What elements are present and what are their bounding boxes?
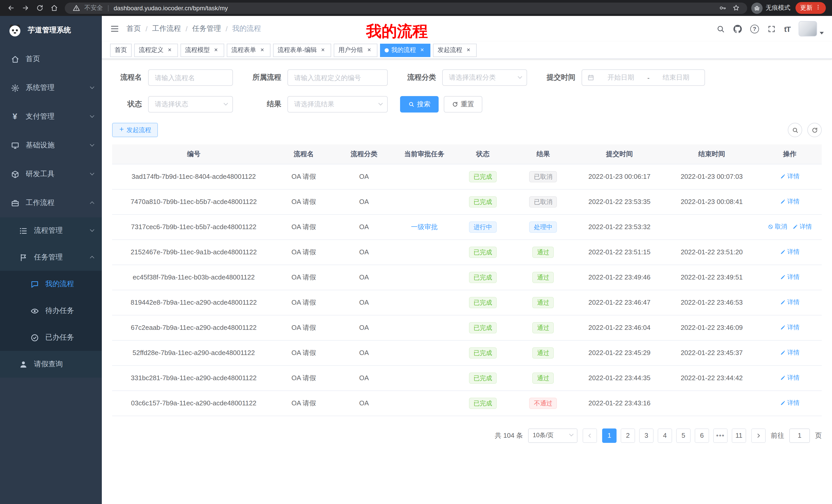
process-definition-input[interactable]: [287, 69, 388, 86]
menu-dots-icon: [815, 4, 821, 12]
star-icon[interactable]: [731, 3, 741, 13]
page-button-2[interactable]: 2: [621, 428, 635, 443]
tab-process-form[interactable]: 流程表单×: [227, 44, 270, 57]
process-name: OA 请假: [291, 223, 316, 230]
tab-process-model[interactable]: 流程模型×: [181, 44, 224, 57]
detail-link[interactable]: 详情: [780, 273, 800, 282]
font-size-icon[interactable]: tT: [784, 24, 790, 33]
chevron-down-icon: [378, 101, 383, 106]
detail-link[interactable]: 详情: [780, 373, 800, 382]
breadcrumb-task-management[interactable]: 任务管理: [192, 24, 221, 33]
page-button-4[interactable]: 4: [658, 428, 672, 443]
incognito-label: 无痕模式: [766, 4, 790, 12]
address-bar[interactable]: 不安全 dashboard.yudao.iocoder.cn/bpm/task/…: [65, 2, 747, 13]
process-definition-label: 所属流程: [245, 73, 281, 82]
tab-process-definition[interactable]: 流程定义×: [134, 44, 178, 57]
table-row: 03c6c157-7b9a-11ec-a290-acde48001122 OA …: [112, 390, 822, 416]
close-icon[interactable]: ×: [259, 47, 266, 54]
close-icon[interactable]: ×: [319, 47, 327, 54]
column-header-end-time: 结束时间: [666, 144, 758, 164]
detail-link[interactable]: 详情: [780, 172, 800, 181]
submit-time: 2022-01-22 23:51:15: [589, 248, 650, 256]
next-page-button[interactable]: [751, 428, 766, 443]
more-pages-button[interactable]: •••: [713, 428, 728, 443]
page-button-5[interactable]: 5: [676, 428, 691, 443]
current-task-link[interactable]: 一级审批: [411, 223, 438, 230]
close-icon[interactable]: ×: [166, 47, 173, 54]
reset-button[interactable]: 重置: [444, 96, 482, 113]
submit-time: 2022-01-22 23:44:35: [589, 374, 650, 382]
sidebar-item-leave-query[interactable]: 请假查询: [0, 351, 102, 377]
tab-user-group[interactable]: 用户分组×: [334, 44, 378, 57]
sidebar-item-workflow[interactable]: 工作流程: [0, 189, 102, 217]
toggle-search-button[interactable]: [788, 123, 802, 137]
security-label[interactable]: 不安全: [84, 4, 103, 12]
detail-link[interactable]: 详情: [780, 248, 800, 256]
detail-link[interactable]: 详情: [780, 399, 800, 408]
github-icon[interactable]: [733, 24, 742, 33]
sidebar-item-payment[interactable]: ¥ 支付管理: [0, 102, 102, 131]
result-select[interactable]: 请选择流结果: [287, 96, 388, 113]
end-time: 2022-01-22 23:45:37: [681, 349, 743, 357]
app-logo[interactable]: 芋道管理系统: [0, 16, 102, 45]
page-button-3[interactable]: 3: [639, 428, 654, 443]
update-button[interactable]: 更新: [796, 2, 826, 14]
submit-time-range-picker[interactable]: 开始日期 - 结束日期: [581, 69, 705, 86]
prev-page-button[interactable]: [582, 428, 597, 443]
tab-home[interactable]: 首页: [110, 44, 132, 57]
create-process-button[interactable]: 发起流程: [112, 123, 158, 137]
close-icon[interactable]: ×: [465, 47, 472, 54]
home-button-icon[interactable]: [47, 1, 61, 15]
detail-link[interactable]: 详情: [780, 348, 800, 357]
user-avatar[interactable]: [799, 21, 824, 36]
page-size-select[interactable]: 10条/页: [528, 428, 577, 443]
status-tag: 已完成: [469, 347, 497, 358]
help-icon[interactable]: ?: [750, 24, 759, 33]
cancel-link[interactable]: 取消: [768, 222, 787, 231]
back-icon[interactable]: [4, 1, 18, 15]
process-name-input[interactable]: [148, 69, 233, 86]
sidebar-item-system[interactable]: 系统管理: [0, 74, 102, 102]
status-select[interactable]: 请选择状态: [148, 96, 233, 113]
tags-view: 首页 流程定义× 流程模型× 流程表单× 流程表单-编辑× 用户分组× 我的流程…: [102, 41, 832, 59]
breadcrumb-home[interactable]: 首页: [127, 24, 141, 33]
sidebar-item-home[interactable]: 首页: [0, 45, 102, 74]
sidebar-item-my-process[interactable]: 我的流程: [0, 271, 102, 298]
goto-page-input[interactable]: [789, 428, 810, 443]
breadcrumb-workflow[interactable]: 工作流程: [152, 24, 181, 33]
result-tag: 不通过: [529, 397, 557, 409]
sidebar-item-done-tasks[interactable]: 已办任务: [0, 324, 102, 351]
status-tag: 已完成: [469, 171, 497, 182]
process-category-select[interactable]: 请选择流程分类: [442, 69, 527, 86]
process-name: OA 请假: [291, 298, 316, 306]
key-icon[interactable]: [717, 3, 728, 13]
fullscreen-icon[interactable]: [767, 24, 776, 33]
reload-icon[interactable]: [33, 1, 46, 15]
tab-start-process[interactable]: 发起流程×: [433, 44, 477, 57]
sidebar-item-process-management[interactable]: 流程管理: [0, 217, 102, 244]
search-icon[interactable]: [716, 24, 725, 33]
tab-my-process[interactable]: 我的流程×: [380, 44, 431, 57]
refresh-table-button[interactable]: [807, 123, 822, 137]
sidebar-item-devtools[interactable]: 研发工具: [0, 160, 102, 189]
tab-process-form-edit[interactable]: 流程表单-编辑×: [273, 44, 331, 57]
page-button-6[interactable]: 6: [695, 428, 709, 443]
sidebar-item-task-management[interactable]: 任务管理: [0, 244, 102, 271]
search-button[interactable]: 搜索: [400, 96, 439, 113]
detail-link[interactable]: 详情: [780, 197, 800, 206]
row-actions: 详情: [758, 240, 822, 264]
hamburger-icon[interactable]: [110, 24, 119, 33]
close-icon[interactable]: ×: [366, 47, 373, 54]
close-icon[interactable]: ×: [212, 47, 219, 54]
detail-link[interactable]: 详情: [780, 323, 800, 332]
end-time: 2022-01-23 00:07:03: [681, 173, 743, 180]
column-header-result: 结果: [513, 144, 573, 164]
page-button-1[interactable]: 1: [602, 428, 617, 443]
close-icon[interactable]: ×: [419, 47, 426, 54]
sidebar-item-todo-tasks[interactable]: 待办任务: [0, 298, 102, 324]
detail-link[interactable]: 详情: [780, 298, 800, 307]
detail-link[interactable]: 详情: [792, 222, 812, 231]
sidebar-item-infrastructure[interactable]: 基础设施: [0, 131, 102, 160]
page-button-11[interactable]: 11: [732, 428, 746, 443]
forward-icon[interactable]: [19, 1, 32, 15]
